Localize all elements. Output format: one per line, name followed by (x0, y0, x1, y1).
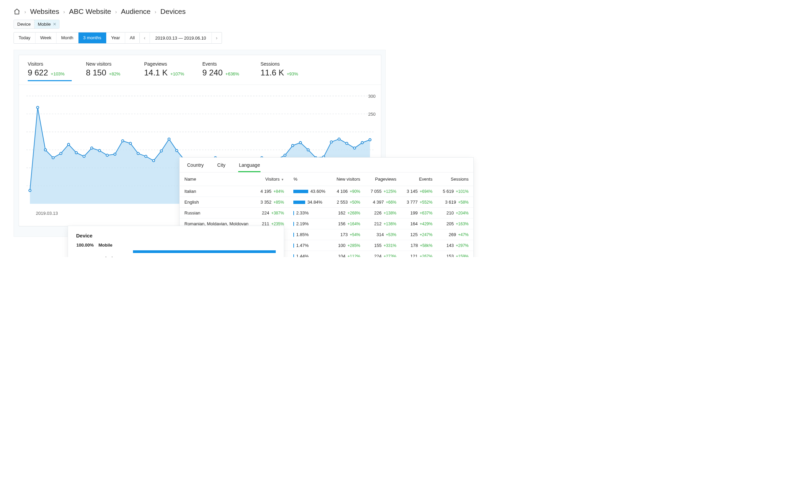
cell-pageviews: 155+331% (365, 240, 401, 251)
range-3months[interactable]: 3 months (78, 32, 106, 43)
col-name[interactable]: Name (180, 173, 255, 186)
metric-delta: +107% (170, 71, 184, 76)
cell-sessions: 5 619+101% (437, 186, 473, 197)
cell-events: 3 777+552% (401, 197, 437, 208)
range-year[interactable]: Year (106, 32, 125, 43)
cell-name: Russian (180, 208, 255, 219)
svg-point-41 (299, 141, 302, 144)
device-resolution-card: Device 100.00%Mobile Screen resolution 3… (68, 226, 284, 257)
col-visitors[interactable]: Visitors▼ (255, 173, 289, 186)
metric-delta: +93% (287, 71, 298, 76)
svg-point-10 (60, 152, 62, 155)
range-month[interactable]: Month (57, 32, 78, 43)
cell-pageviews: 224+273% (365, 251, 401, 257)
tab-city[interactable]: City (217, 162, 226, 172)
range-week[interactable]: Week (36, 32, 57, 43)
cell-sessions: 210+204% (437, 208, 473, 219)
cell-new-visitors: 2 553+50% (331, 197, 365, 208)
table-row[interactable]: Italian4 195+84%43.60%4 106+90%7 055+125… (180, 186, 473, 197)
svg-point-12 (75, 152, 77, 154)
tab-country[interactable]: Country (186, 162, 204, 172)
range-today[interactable]: Today (14, 32, 36, 43)
col-pageviews[interactable]: Pageviews (365, 173, 401, 186)
cell-sessions: 143+297% (437, 240, 473, 251)
svg-point-21 (145, 155, 147, 158)
svg-point-47 (346, 142, 348, 144)
breadcrumb-audience[interactable]: Audience (121, 7, 151, 16)
date-range-nav: ‹ 2019.03.13 — 2019.06.10 › (140, 32, 222, 44)
cell-events: 3 145+694% (401, 186, 437, 197)
metric-visitors[interactable]: Visitors9 622+103% (28, 61, 72, 81)
metric-sessions[interactable]: Sessions11.6 K+93% (261, 61, 304, 81)
cell-visitors: 224+387% (255, 208, 289, 219)
metric-value: 14.1 K (144, 68, 167, 77)
bar-label: Mobile (98, 243, 127, 248)
svg-point-15 (98, 150, 101, 152)
cell-new-visitors: 162+268% (331, 208, 365, 219)
svg-point-45 (330, 141, 333, 143)
cell-percent: 43.60% (289, 186, 331, 197)
screen-resolution-heading: Screen resolution (76, 256, 276, 257)
breadcrumb-current: Devices (160, 7, 186, 16)
home-icon[interactable] (14, 8, 20, 15)
cell-events: 199+637% (401, 208, 437, 219)
cell-sessions: 3 619+58% (437, 197, 473, 208)
date-range-label[interactable]: 2019.03.13 — 2019.06.10 (150, 33, 211, 43)
metric-new_visitors[interactable]: New visitors8 150+82% (86, 61, 130, 81)
range-all[interactable]: All (125, 32, 139, 43)
range-prev-button[interactable]: ‹ (140, 32, 150, 43)
cell-events: 178+58k% (401, 240, 437, 251)
ytick: 250 (368, 111, 376, 116)
metric-tabs: Visitors9 622+103%New visitors8 150+82%P… (26, 55, 374, 85)
range-segmented-control: Today Week Month 3 months Year All (14, 32, 140, 44)
cell-sessions: 153+159% (437, 251, 473, 257)
metric-delta: +103% (51, 71, 65, 76)
cell-percent: 1.44% (289, 251, 331, 257)
metric-label: Events (202, 61, 246, 67)
svg-point-39 (284, 154, 286, 157)
svg-point-22 (153, 159, 155, 162)
svg-point-17 (114, 153, 116, 155)
col-new-visitors[interactable]: New visitors (331, 173, 365, 186)
range-next-button[interactable]: › (211, 32, 222, 43)
svg-point-25 (176, 150, 178, 152)
chevron-right-icon: › (115, 9, 117, 15)
tab-language[interactable]: Language (238, 162, 261, 172)
svg-point-19 (129, 142, 132, 144)
cell-events: 164+429% (401, 219, 437, 229)
table-row[interactable]: Russian224+387%2.33%162+268%226+138%199+… (180, 208, 473, 219)
col-events[interactable]: Events (401, 173, 437, 186)
chevron-right-icon: › (155, 9, 156, 15)
breadcrumb-websites[interactable]: Websites (30, 7, 59, 16)
metric-value: 9 622 (28, 68, 48, 77)
cell-pageviews: 212+136% (365, 219, 401, 229)
table-row[interactable]: English3 352+85%34.84%2 553+50%4 397+66%… (180, 197, 473, 208)
cell-pageviews: 7 055+125% (365, 186, 401, 197)
svg-point-23 (160, 150, 162, 152)
chevron-right-icon: › (63, 9, 65, 15)
cell-new-visitors: 173+54% (331, 229, 365, 240)
chevron-right-icon: › (24, 9, 26, 15)
bar-percent: 100.00% (76, 243, 94, 248)
svg-point-42 (307, 149, 309, 151)
filter-key: Device (14, 20, 35, 28)
metric-pageviews[interactable]: Pageviews14.1 K+107% (144, 61, 188, 81)
breadcrumb: › Websites › ABC Website › Audience › De… (14, 7, 798, 16)
metric-delta: +82% (109, 71, 120, 76)
cell-visitors: 4 195+84% (255, 186, 289, 197)
bar-row: 100.00%Mobile (76, 243, 276, 248)
svg-point-40 (292, 144, 294, 147)
cell-new-visitors: 100+285% (331, 240, 365, 251)
cell-percent: 2.33% (289, 208, 331, 219)
bar-track-row (76, 250, 276, 253)
breadcrumb-site[interactable]: ABC Website (69, 7, 111, 16)
metric-label: Visitors (28, 61, 72, 67)
cell-sessions: 205+163% (437, 219, 473, 229)
col-sessions[interactable]: Sessions (437, 173, 473, 186)
cell-sessions: 269+47% (437, 229, 473, 240)
filter-chip[interactable]: Device Mobile ✕ (14, 20, 60, 29)
col-percent[interactable]: % (289, 173, 331, 186)
device-heading: Device (76, 233, 276, 238)
metric-events[interactable]: Events9 240+636% (202, 61, 246, 81)
close-icon[interactable]: ✕ (53, 22, 57, 27)
